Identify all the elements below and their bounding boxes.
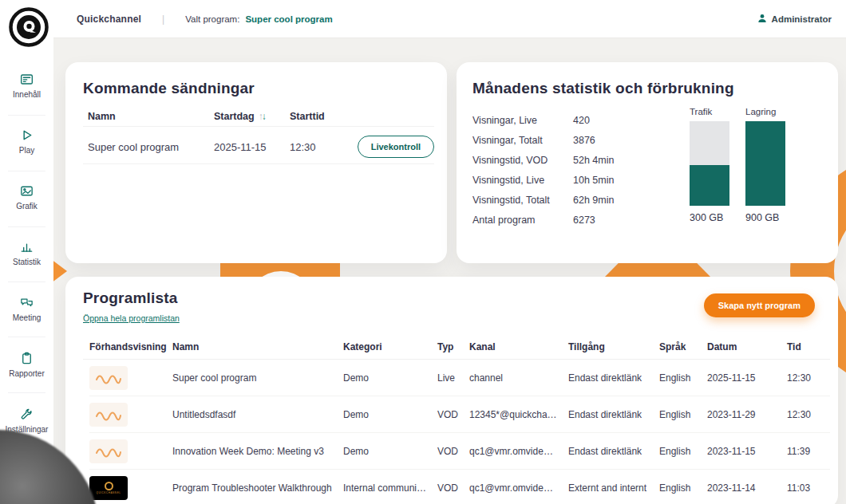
thumbnail-caption: QUICKCHANNEL [96, 492, 121, 494]
stat-row: Visningstid, Totalt62h 9min [472, 190, 614, 210]
upcoming-time: 12:30 [290, 141, 354, 153]
user-menu[interactable]: Administrator [757, 14, 832, 25]
col-tid: Tid [787, 341, 830, 352]
meeting-icon [0, 295, 53, 310]
content-icon [0, 72, 53, 87]
program-access: Endast direktlänk [568, 446, 659, 457]
program-thumbnail-wave [89, 403, 128, 427]
reports-icon [0, 351, 53, 366]
user-name: Administrator [772, 14, 832, 24]
stats-list: Visningar, Live420 Visningar, Totalt3876… [472, 110, 614, 230]
program-language: English [659, 409, 707, 420]
col-sprak: Språk [659, 341, 707, 352]
program-name: Program Troubleshooter Walkthrough [172, 482, 343, 494]
monthly-stats-card: Månadens statistik och förbrukning Visni… [457, 62, 838, 263]
storage-bar-value: 900 GB [745, 212, 785, 223]
sidebar-item-statistik[interactable]: Statistik [0, 239, 53, 266]
sidebar-item-rapporter[interactable]: Rapporter [0, 351, 53, 378]
program-channel: channel [469, 372, 568, 384]
traffic-bar-value: 300 GB [690, 212, 729, 223]
settings-icon [0, 407, 53, 422]
sidebar-divider [8, 282, 45, 282]
usage-bars-chart: Trafik 300 GB Lagring 900 GB [690, 107, 785, 223]
sidebar-divider [8, 226, 45, 227]
program-thumbnail-wave [89, 439, 128, 463]
program-row[interactable]: Super cool program Demo Live channel End… [89, 360, 830, 396]
sidebar-divider [8, 392, 45, 393]
program-name: Untitledsdfasdf [172, 409, 343, 420]
traffic-bar-track [690, 121, 729, 206]
quickchannel-logo[interactable] [9, 7, 49, 47]
stat-row: Visningar, Totalt3876 [472, 130, 614, 150]
programs-table-body: Super cool program Demo Live channel End… [89, 360, 830, 504]
col-datum: Datum [707, 341, 787, 352]
quickchannel-ring-icon [105, 482, 113, 490]
traffic-bar-group: Trafik 300 GB [690, 107, 729, 223]
divider [83, 163, 434, 164]
selected-program-value[interactable]: Super cool program [245, 14, 332, 24]
top-bar: Quickchannel | Valt program: Super cool … [53, 0, 846, 38]
livekontroll-button[interactable]: Livekontroll [358, 136, 434, 158]
stats-title: Månadens statistik och förbrukning [472, 80, 734, 97]
col-starttid: Starttid [290, 111, 425, 122]
program-date: 2023-11-29 [707, 409, 787, 420]
sidebar-item-innehall[interactable]: Innehåll [0, 72, 53, 99]
program-language: English [659, 372, 707, 384]
graphics-icon [0, 183, 53, 199]
storage-bar-group: Lagring 900 GB [745, 107, 785, 223]
upcoming-date: 2025-11-15 [214, 141, 290, 153]
stat-row: Visningstid, Live10h 5min [472, 170, 614, 190]
sidebar-divider [8, 337, 45, 337]
col-tillgang: Tillgång [568, 341, 659, 352]
upcoming-broadcasts-card: Kommande sändningar Namn Startdag↑↓ Star… [65, 62, 447, 263]
sort-control[interactable]: ↑↓ [259, 111, 265, 122]
create-program-button[interactable]: Skapa nytt program [704, 293, 815, 317]
brand-name: Quickchannel [77, 14, 141, 25]
sidebar-item-play[interactable]: Play [0, 128, 53, 155]
program-type: VOD [437, 409, 469, 420]
upcoming-name: Super cool program [88, 141, 214, 153]
program-channel: qc1@vmr.omvide… [469, 482, 568, 494]
program-name: Super cool program [172, 372, 343, 384]
sidebar-label: Statistik [0, 258, 53, 266]
programs-table-header: Förhandsvisning Namn Kategori Typ Kanal … [89, 341, 830, 353]
statistics-icon [0, 239, 53, 254]
sidebar-item-grafik[interactable]: Grafik [0, 183, 53, 211]
program-channel: 12345*@quickcha… [469, 409, 568, 420]
program-row[interactable]: Untitledsdfasdf Demo VOD 12345*@quickcha… [89, 396, 830, 433]
col-kategori: Kategori [343, 341, 437, 352]
traffic-bar-label: Trafik [690, 107, 729, 116]
program-thumbnail-logo: QUICKCHANNEL [89, 476, 128, 500]
program-row[interactable]: Innovation Week Demo: Meeting v3 Demo VO… [89, 433, 830, 470]
program-time: 12:30 [787, 372, 830, 384]
sort-desc-icon: ↓ [262, 111, 265, 122]
program-category: Demo [343, 409, 437, 420]
sidebar-label: Meeting [0, 313, 53, 322]
stat-row: Visningstid, VOD52h 4min [472, 150, 614, 170]
program-category: Internal communi… [343, 482, 437, 494]
topbar-divider: | [162, 14, 164, 25]
program-thumbnail-wave [89, 366, 128, 390]
col-namn: Namn [88, 111, 214, 122]
col-forhandsvisning: Förhandsvisning [89, 341, 172, 352]
program-type: VOD [437, 446, 469, 457]
program-row[interactable]: QUICKCHANNEL Program Troubleshooter Walk… [89, 470, 830, 504]
play-icon [0, 128, 53, 143]
open-full-program-list-link[interactable]: Öppna hela programlistan [83, 313, 180, 323]
storage-bar-label: Lagring [745, 107, 785, 116]
program-category: Demo [343, 372, 437, 384]
col-kanal: Kanal [469, 341, 568, 352]
upcoming-title: Kommande sändningar [83, 80, 255, 97]
sidebar: Innehåll Play Grafik Statistik Meeting R… [0, 0, 53, 504]
program-time: 11:39 [787, 446, 830, 457]
divider [83, 126, 434, 127]
storage-bar-track [745, 121, 785, 206]
upcoming-row[interactable]: Super cool program 2025-11-15 12:30 Live… [88, 130, 434, 163]
storage-bar-fill [745, 121, 785, 206]
sidebar-item-meeting[interactable]: Meeting [0, 295, 53, 322]
programs-title: Programlista [83, 289, 178, 307]
program-category: Demo [343, 446, 437, 457]
program-language: English [659, 482, 707, 494]
sidebar-divider [8, 171, 45, 171]
program-list-card: Programlista Öppna hela programlistan Sk… [65, 277, 838, 504]
